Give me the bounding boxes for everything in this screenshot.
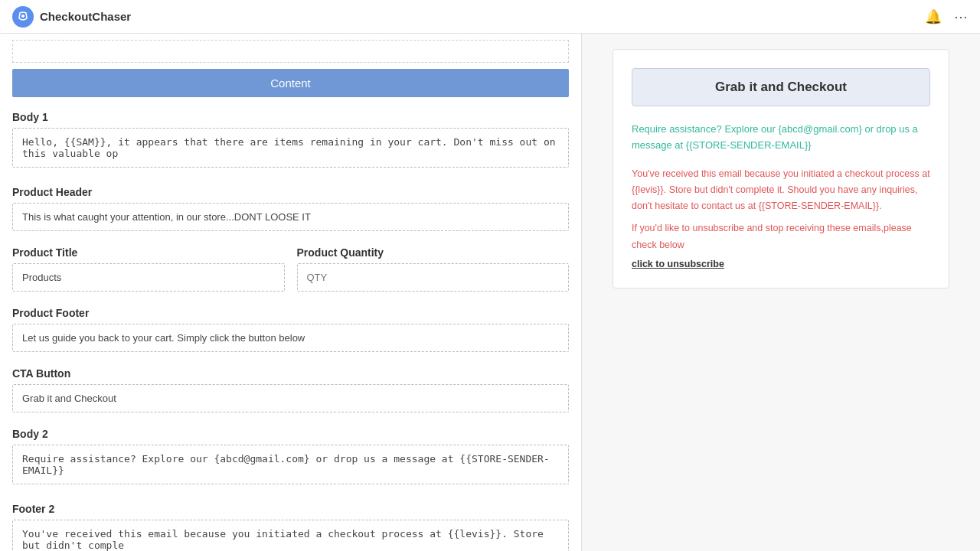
footer2-section: Footer 2 [0,495,581,551]
product-quantity-input[interactable] [297,263,570,292]
preview-unsubscribe-text: If you'd like to unsubscribe and stop re… [632,223,912,249]
product-header-input[interactable] [12,203,569,231]
body1-label: Body 1 [12,111,569,123]
preview-assistance-text: Require assistance? Explore our {abcd@gm… [632,122,930,154]
product-footer-section: Product Footer [0,299,581,360]
footer2-label: Footer 2 [12,503,569,515]
content-header: Content [12,69,569,97]
product-quantity-label: Product Quantity [297,246,570,259]
top-border-divider [12,40,569,63]
svg-point-0 [21,15,24,18]
product-title-input[interactable] [12,263,285,292]
topbar-left: CheckoutChaser [12,6,131,28]
body2-input[interactable] [12,445,569,484]
app-logo [12,6,34,28]
body2-label: Body 2 [12,428,569,440]
app-name: CheckoutChaser [40,10,131,23]
product-title-label: Product Title [12,246,285,259]
body1-section: Body 1 [0,103,581,178]
topbar: CheckoutChaser 🔔 ⋯ [0,0,980,34]
product-header-section: Product Header [0,178,581,239]
cta-button-label: CTA Button [12,367,569,380]
product-title-col: Product Title [12,246,285,292]
topbar-right: 🔔 ⋯ [925,8,968,25]
left-panel: Content Body 1 Product Header Product Ti… [0,34,582,551]
body1-input[interactable] [12,128,569,168]
cta-button-section: CTA Button [0,360,581,420]
right-panel: Grab it and Checkout Require assistance?… [582,34,980,551]
preview-footer-text: You've received this email because you i… [632,166,930,215]
product-header-label: Product Header [12,186,569,198]
main-container: Content Body 1 Product Header Product Ti… [0,34,980,551]
preview-unsubscribe-link[interactable]: click to unsubscribe [632,256,930,272]
preview-cta-button[interactable]: Grab it and Checkout [632,68,930,106]
more-options-icon[interactable]: ⋯ [954,8,968,25]
cta-button-input[interactable] [12,384,569,412]
body2-section: Body 2 [0,420,581,495]
product-title-quantity-row: Product Title Product Quantity [0,239,581,299]
preview-unsubscribe-section: If you'd like to unsubscribe and stop re… [632,220,930,272]
product-footer-input[interactable] [12,324,569,352]
notification-icon[interactable]: 🔔 [925,8,942,25]
preview-card: Grab it and Checkout Require assistance?… [612,49,949,289]
product-quantity-col: Product Quantity [297,246,570,292]
footer2-input[interactable] [12,520,569,551]
product-footer-label: Product Footer [12,307,569,319]
